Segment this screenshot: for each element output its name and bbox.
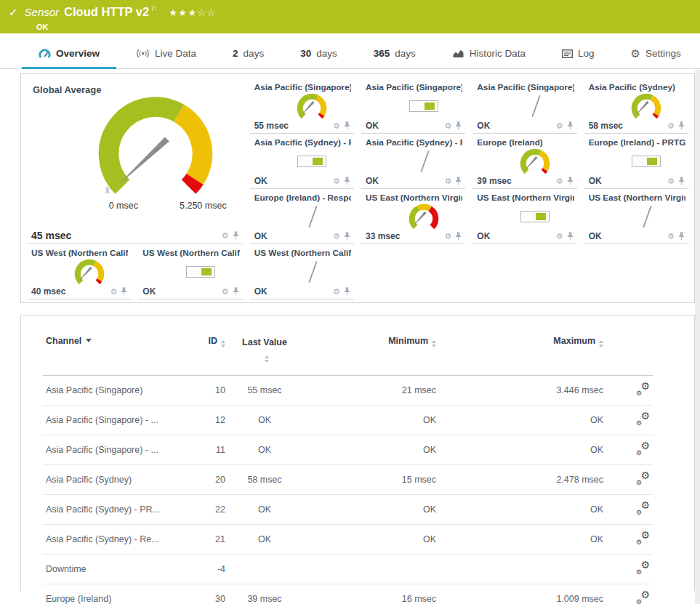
cell-last-value: 39 msec [228, 584, 301, 604]
pin-icon[interactable] [455, 177, 462, 185]
channel-tile-value: 55 msec [254, 121, 289, 131]
pin-icon[interactable] [567, 121, 574, 130]
cell-maximum: OK [439, 524, 606, 554]
gear-icon[interactable] [333, 288, 340, 296]
channel-tile-us-west-northern-california[interactable]: US West (Northern California)... OK [250, 244, 354, 299]
pin-icon[interactable] [121, 287, 127, 296]
pin-icon[interactable] [455, 232, 462, 241]
pin-icon[interactable] [233, 287, 239, 296]
global-average-value: 45 msec [31, 230, 71, 241]
pin-icon[interactable] [233, 231, 239, 240]
gear-icon[interactable] [222, 288, 229, 296]
column-header-id[interactable]: ID [181, 327, 228, 375]
tab-log[interactable]: Log [544, 48, 613, 68]
sensor-header: ✓ Sensor Cloud HTTP v2 ⚐ ★★★☆☆ OK [0, 0, 700, 33]
cell-channel[interactable]: Asia Pacific (Sydney) [43, 464, 181, 494]
channel-tile-asia-pacific-sydney[interactable]: Asia Pacific (Sydney) 58 msec [584, 78, 688, 134]
table-row-asia-pacific-sydney: Asia Pacific (Sydney) 20 58 msec 15 msec… [43, 464, 653, 494]
channel-tile-asia-pacific-singapore[interactable]: Asia Pacific (Singapore) 55 msec [250, 78, 354, 134]
priority-stars[interactable]: ★★★☆☆ [169, 7, 217, 18]
channel-tile-europe-ireland-response-c[interactable]: Europe (Ireland) - Response C... OK [250, 189, 354, 244]
gear-icon[interactable] [222, 232, 229, 240]
gear-icon[interactable] [333, 233, 340, 241]
channel-tile-asia-pacific-sydney-respo[interactable]: Asia Pacific (Sydney) - Respo... OK [361, 134, 465, 189]
gear-icon[interactable] [667, 177, 675, 185]
tab-label: days [395, 48, 416, 59]
cell-channel[interactable]: Europe (Ireland) [43, 584, 181, 604]
gear-icon[interactable] [556, 122, 563, 130]
tab-settings[interactable]: Settings [613, 48, 699, 68]
channel-tile-us-east-northern-virginia[interactable]: US East (Northern Virginia) 33 msec [361, 189, 465, 244]
gear-icon[interactable] [556, 177, 563, 185]
column-header-channel[interactable]: Channel [43, 327, 181, 375]
cell-id: 22 [181, 494, 228, 524]
pin-icon[interactable] [344, 177, 350, 185]
gear-icon[interactable] [110, 288, 117, 296]
channel-settings-icon[interactable] [636, 562, 650, 574]
cell-last-value: 58 msec [228, 464, 301, 494]
column-header-minimum[interactable]: Minimum [301, 327, 439, 375]
cell-channel[interactable]: Asia Pacific (Singapore) - ... [43, 405, 181, 435]
channel-tile-us-east-northern-virginia[interactable]: US East (Northern Virginia) - ... OK [472, 189, 576, 244]
pin-icon[interactable] [678, 232, 685, 241]
cell-channel[interactable]: Asia Pacific (Sydney) - PR... [43, 494, 181, 524]
channel-tile-us-west-northern-california[interactable]: US West (Northern California) 40 msec [27, 244, 131, 299]
tab-365-days[interactable]: 365 days [355, 48, 434, 68]
flag-icon[interactable]: ⚐ [150, 5, 157, 13]
tab-live-data[interactable]: Live Data [118, 48, 214, 68]
cell-minimum: OK [301, 435, 439, 464]
gear-icon[interactable] [444, 177, 451, 185]
gear-icon[interactable] [667, 122, 675, 130]
needle-indicator [409, 149, 438, 174]
tab-2-days[interactable]: 2 days [214, 48, 282, 68]
gear-icon[interactable] [667, 233, 675, 241]
channel-tile-europe-ireland[interactable]: Europe (Ireland) 39 msec [472, 134, 576, 189]
cell-channel[interactable]: Asia Pacific (Singapore) - ... [43, 435, 181, 464]
pin-icon[interactable] [678, 121, 685, 130]
channel-tile-asia-pacific-singapore-pr[interactable]: Asia Pacific (Singapore) - PR... OK [361, 78, 465, 134]
channel-tile-asia-pacific-singapore-res[interactable]: Asia Pacific (Singapore) - Res... OK [472, 78, 576, 134]
gear-icon[interactable] [556, 233, 563, 241]
pin-icon[interactable] [678, 177, 685, 185]
channel-tile-us-east-northern-virginia[interactable]: US East (Northern Virginia) - ... OK [584, 189, 688, 244]
pin-icon[interactable] [344, 287, 350, 296]
gear-icon[interactable] [444, 233, 451, 241]
global-average-tile[interactable]: Global Average x̄ 0 msec 5.250 msec 45 m… [27, 78, 243, 244]
column-label: Maximum [553, 336, 595, 346]
cell-id: 30 [181, 584, 228, 604]
pin-icon[interactable] [455, 121, 462, 130]
channel-settings-icon[interactable] [636, 502, 650, 515]
pin-icon[interactable] [344, 121, 350, 130]
cell-id: 21 [181, 524, 228, 554]
tab-30-days[interactable]: 30 days [282, 48, 355, 68]
gear-icon[interactable] [444, 122, 451, 130]
channel-settings-icon[interactable] [636, 383, 650, 395]
cell-last-value: 55 msec [228, 375, 301, 405]
channel-indicator [250, 198, 354, 235]
table-row-asia-pacific-sydney-re: Asia Pacific (Sydney) - Re... 21 OK OK O… [43, 524, 653, 554]
gear-icon[interactable] [333, 122, 340, 130]
channel-indicator [361, 143, 465, 180]
column-header-last-value[interactable]: Last Value [228, 327, 301, 375]
channel-tile-europe-ireland-prtg-cloud[interactable]: Europe (Ireland) - PRTG Cloud... OK [584, 134, 688, 189]
column-header-maximum[interactable]: Maximum [439, 327, 606, 375]
channel-tile-asia-pacific-sydney-prtg[interactable]: Asia Pacific (Sydney) - PRTG ... OK [250, 134, 354, 189]
channel-indicator [584, 88, 688, 124]
channel-settings-icon[interactable] [636, 532, 650, 544]
channel-tile-us-west-northern-california[interactable]: US West (Northern California)... OK [138, 244, 242, 299]
cell-channel[interactable]: Asia Pacific (Sydney) - Re... [43, 524, 181, 554]
channel-settings-icon[interactable] [636, 443, 650, 455]
channel-settings-icon[interactable] [636, 592, 650, 604]
tab-overview[interactable]: Overview [20, 48, 118, 68]
channel-settings-icon[interactable] [636, 472, 650, 485]
pin-icon[interactable] [567, 177, 574, 185]
pin-icon[interactable] [567, 232, 574, 241]
tab-historic-data[interactable]: Historic Data [434, 48, 544, 68]
gear-icon[interactable] [333, 177, 340, 185]
cell-channel[interactable]: Asia Pacific (Singapore) [43, 375, 181, 405]
sort-desc-icon [86, 339, 92, 342]
channel-settings-icon[interactable] [636, 413, 650, 425]
cell-channel[interactable]: Downtime [43, 554, 181, 584]
channel-indicator [584, 143, 688, 180]
pin-icon[interactable] [344, 232, 350, 241]
